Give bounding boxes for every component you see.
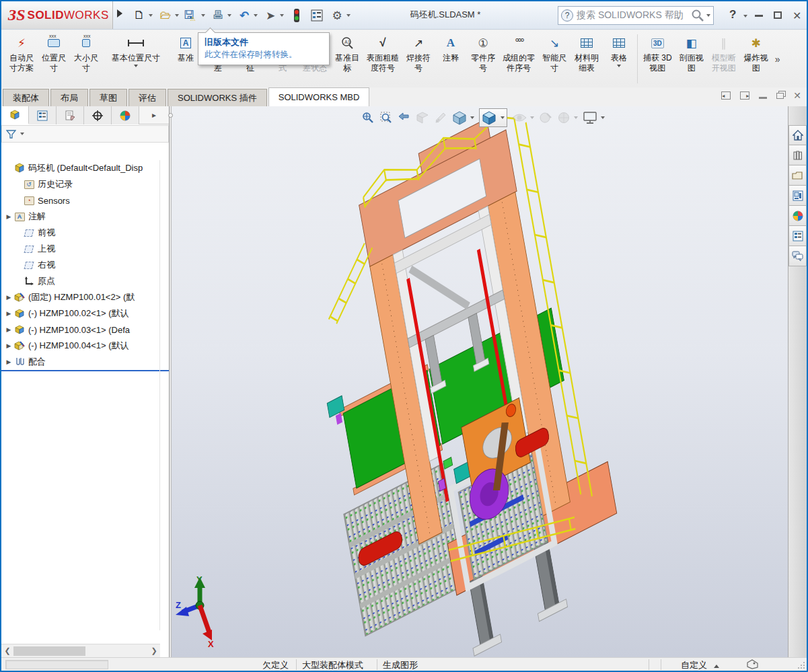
scroll-right-icon[interactable]: ❯ xyxy=(148,646,160,655)
undo-button[interactable]: ↶ xyxy=(235,5,259,26)
close-button[interactable]: ✕ xyxy=(793,9,801,22)
tree-root[interactable]: 码坯机 (Default<Default_Disp xyxy=(1,160,160,176)
tree-item-mates[interactable]: ▶ 配合 xyxy=(1,354,160,370)
tab-configurationmanager[interactable] xyxy=(57,106,84,124)
splitter-handle[interactable] xyxy=(168,113,173,118)
datum-target-button[interactable]: A1 基准目标 xyxy=(331,32,363,86)
tree-item-component-2[interactable]: ▶ (-) HZMP100.02<1> (默认 xyxy=(1,305,160,322)
size-dimension-button[interactable]: xxx 大小尺寸 xyxy=(70,32,102,86)
open-button[interactable]: 🗁 xyxy=(157,5,180,26)
view-palette-button[interactable] xyxy=(788,186,807,206)
tab-featuremanager[interactable] xyxy=(1,106,29,124)
tables-button[interactable]: 表格 xyxy=(603,32,635,86)
help-button[interactable]: ? xyxy=(729,8,736,22)
balloon-button[interactable]: ① 零件序号 xyxy=(467,32,499,86)
tab-displaymanager[interactable] xyxy=(112,106,139,124)
new-document-button[interactable]: 🗋 xyxy=(131,5,154,26)
graphics-viewport[interactable]: Y Z X xyxy=(172,106,788,659)
dropdown-caret-icon[interactable] xyxy=(134,65,138,67)
doc-close-icon[interactable]: ✕ xyxy=(793,90,801,101)
resize-grip[interactable] xyxy=(797,661,805,669)
tree-item-front-plane[interactable]: 前视 xyxy=(1,225,160,241)
zoom-area-button[interactable] xyxy=(379,111,393,124)
tab-dimxpertmanager[interactable] xyxy=(84,106,112,124)
search-input[interactable]: 搜索 SOLIDWORKS 帮助 xyxy=(577,9,691,22)
assembly-3d-model[interactable] xyxy=(172,106,788,659)
maximize-button[interactable] xyxy=(774,11,782,19)
tree-item-sensors[interactable]: ◔ Sensors xyxy=(1,192,160,209)
tab-addins[interactable]: SOLIDWORKS 插件 xyxy=(168,89,267,106)
scrollbar-thumb[interactable] xyxy=(13,646,85,656)
expander-icon[interactable]: ▶ xyxy=(4,359,13,365)
expander-icon[interactable]: ▶ xyxy=(4,213,13,220)
status-custom-dropdown[interactable]: 自定义 xyxy=(681,659,719,671)
expander-icon[interactable]: ▶ xyxy=(4,310,13,317)
exploded-view-button[interactable]: ✱ 爆炸视图 xyxy=(740,32,772,86)
forum-button[interactable] xyxy=(788,246,807,266)
tree-item-component-3[interactable]: ▶ (-) HZMP100.03<1> (Defa xyxy=(1,322,160,338)
basic-location-dimension-button[interactable]: 基本位置尺寸 xyxy=(102,32,170,86)
location-dimension-button[interactable]: xxx 位置尺寸 xyxy=(38,32,70,86)
select-button[interactable]: ➤ xyxy=(262,5,285,26)
file-explorer-button[interactable] xyxy=(788,165,807,186)
dropdown-caret-icon[interactable] xyxy=(175,14,179,17)
expander-icon[interactable]: ▶ xyxy=(4,326,13,333)
surface-finish-button[interactable]: √ 表面粗糙度符号 xyxy=(363,32,402,86)
dropdown-caret-icon[interactable] xyxy=(617,65,621,67)
dropdown-caret-icon[interactable] xyxy=(501,116,505,119)
custom-properties-button[interactable] xyxy=(788,226,807,246)
tree-vertical-scrollbar[interactable] xyxy=(159,160,160,630)
tab-propertymanager[interactable] xyxy=(29,106,57,124)
collapse-right-pane-icon[interactable]: ▸ xyxy=(740,91,749,100)
tab-solidworks-mbd[interactable]: SOLIDWORKS MBD xyxy=(268,87,370,106)
doc-minimize-icon[interactable] xyxy=(759,97,767,99)
view-orientation-button[interactable] xyxy=(452,110,474,125)
dropdown-caret-icon[interactable] xyxy=(149,14,153,17)
rollback-bar[interactable] xyxy=(1,370,169,371)
panel-tabs-overflow[interactable]: ▸ xyxy=(139,106,169,124)
dropdown-caret-icon[interactable] xyxy=(227,14,231,17)
scroll-left-icon[interactable]: ❮ xyxy=(1,646,13,655)
tree-item-annotations[interactable]: ▶ A 注解 xyxy=(1,209,160,225)
dropdown-caret-icon[interactable] xyxy=(601,116,605,119)
tab-evaluate[interactable]: 评估 xyxy=(128,89,166,106)
datum-button[interactable]: A 基准 xyxy=(170,32,202,86)
bom-button[interactable]: 材料明细表 xyxy=(571,32,603,86)
dropdown-caret-icon[interactable] xyxy=(280,14,284,17)
expander-icon[interactable]: ▶ xyxy=(4,294,13,301)
dropdown-caret-icon[interactable] xyxy=(201,14,205,17)
note-button[interactable]: A 注释 xyxy=(435,32,467,86)
help-caret-icon[interactable] xyxy=(743,15,747,17)
capture-3d-view-button[interactable]: 3D 捕获 3D视图 xyxy=(640,32,675,86)
task-pane-home-button[interactable] xyxy=(788,125,807,145)
search-caret-icon[interactable] xyxy=(706,14,710,17)
design-library-button[interactable] xyxy=(788,145,807,165)
collapse-left-pane-icon[interactable]: ◂ xyxy=(721,91,731,100)
save-button[interactable]: 🖫⚠ xyxy=(183,5,207,26)
expander-icon[interactable]: ▶ xyxy=(4,342,13,349)
toolbar-flyout-icon[interactable] xyxy=(117,9,122,17)
tree-horizontal-scrollbar[interactable]: ❮ ❯ xyxy=(1,644,160,657)
tree-item-component-1[interactable]: ▶ (固定) HZMP100.01<2> (默 xyxy=(1,289,160,305)
section-view-button[interactable]: ◧ 剖面视图 xyxy=(675,32,708,86)
tree-item-component-4[interactable]: ▶ (-) HZMP100.04<1> (默认 xyxy=(1,338,160,354)
stacked-balloon-button[interactable]: °°° 成组的零件序号 xyxy=(499,32,538,86)
smart-dimension-button[interactable]: ↘ 智能尺寸 xyxy=(538,32,571,86)
print-button[interactable]: 🖶 xyxy=(209,5,233,26)
dropdown-caret-icon[interactable] xyxy=(254,14,258,17)
dropdown-caret-icon[interactable] xyxy=(470,116,474,119)
tree-item-history[interactable]: ↺ 历史记录 xyxy=(1,176,160,192)
doc-restore-icon[interactable] xyxy=(776,93,784,99)
view-settings-button[interactable] xyxy=(583,111,605,124)
tab-sketch[interactable]: 草图 xyxy=(89,89,127,106)
filter-funnel-icon[interactable] xyxy=(6,129,16,139)
appearances-button[interactable] xyxy=(788,206,807,226)
rebuild-button[interactable] xyxy=(288,5,305,26)
minimize-button[interactable] xyxy=(755,8,763,17)
previous-view-button[interactable] xyxy=(398,111,411,124)
tab-layout[interactable]: 布局 xyxy=(50,89,88,106)
search-box[interactable]: ? 搜索 SOLIDWORKS 帮助 xyxy=(558,6,714,25)
ribbon-overflow-button[interactable]: » xyxy=(772,54,783,65)
search-icon[interactable] xyxy=(691,9,704,22)
display-style-button[interactable] xyxy=(479,108,507,127)
